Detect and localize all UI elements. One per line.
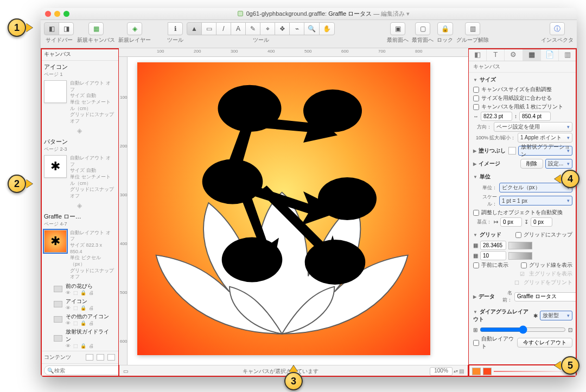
presentation-icon[interactable]: ▭	[123, 368, 131, 374]
style-well-fill[interactable]	[472, 368, 481, 375]
tool-pointer[interactable]: ▲	[187, 22, 202, 35]
layer-toggle-icons[interactable]: 👁 ⬚ 🔒 🖨	[66, 320, 114, 326]
unit-scale-select[interactable]: 1 pt = 1 px	[499, 196, 572, 205]
canvas-view[interactable]	[128, 57, 468, 365]
artboard[interactable]	[137, 62, 430, 355]
layout-spacing-slider[interactable]	[480, 325, 566, 334]
send-back-button[interactable]: ▢	[415, 22, 430, 35]
fill-type-select[interactable]: 放射状グラデーション	[518, 146, 572, 156]
layer-toggle-icons[interactable]: 👁 ⬚ 🔒 🖨	[66, 305, 114, 311]
snap-grid-checkbox[interactable]	[515, 232, 521, 238]
canvas-thumb-pattern[interactable]	[44, 155, 67, 178]
tool-diagram[interactable]: ⌖	[260, 22, 275, 35]
inspector-tab-document[interactable]: 📄	[541, 48, 559, 61]
zoom-field[interactable]: 100%	[430, 367, 453, 376]
tool-pen[interactable]: ✎	[245, 22, 260, 35]
canvas-thumb-icon[interactable]	[44, 80, 67, 103]
layer-toggle-icons[interactable]: 👁 ⬚ 🔒 🖨	[66, 343, 114, 349]
bring-front-button[interactable]: ▣	[390, 22, 405, 35]
close-button[interactable]	[45, 11, 51, 17]
inspector-grid-title[interactable]: グリッド	[473, 230, 513, 240]
major-grid-color[interactable]	[508, 242, 532, 249]
inspector-toggle-button[interactable]: ⓘ	[550, 22, 565, 35]
tool-hand[interactable]: ✋	[319, 22, 335, 35]
tool-zoom[interactable]: 🔍	[304, 22, 320, 35]
layer-icon[interactable]: アイコン👁 ⬚ 🔒 🖨	[41, 297, 118, 312]
inspector-tab-object[interactable]: ◧	[469, 48, 487, 61]
layer-other-icons[interactable]: その他のアイコン👁 ⬚ 🔒 🖨	[41, 312, 118, 327]
layer-front-petals[interactable]: 前の花びら👁 ⬚ 🔒 🖨	[41, 281, 118, 297]
new-layer-button[interactable]: ◈	[127, 22, 142, 35]
layer-radial-guides[interactable]: 放射状ガイドライン👁 ⬚ 🔒 🖨	[41, 327, 118, 350]
toolbar-inspector-label: インスペクタ	[541, 36, 574, 44]
app-window: 0g61-glyphbackground.graffle: Graffle ロー…	[41, 8, 577, 377]
toolbar-lock-label: ロック	[437, 36, 453, 44]
tool-line[interactable]: /	[216, 22, 231, 35]
sidebar-canvas-graffle[interactable]: Graffle ロー… ページ 4-7	[41, 210, 118, 229]
window-controls	[45, 11, 69, 17]
zoom-menu-icon[interactable]: ▤	[459, 368, 464, 374]
ruler-vertical[interactable]: 100 200 300 400 500 600	[119, 57, 128, 365]
sidebar-right-toggle[interactable]: ◨	[59, 22, 74, 35]
canvas-name-field[interactable]	[514, 292, 577, 301]
fit-paper-checkbox[interactable]	[473, 95, 479, 101]
origin-y-field[interactable]	[531, 217, 552, 227]
grid-show-checkbox[interactable]	[521, 262, 527, 268]
minor-grid-field[interactable]	[480, 251, 506, 260]
sidebar-view-list-icon[interactable]	[86, 354, 93, 361]
sidebar-view-grid-icon[interactable]	[107, 354, 115, 361]
tool-select[interactable]: ℹ︎	[168, 22, 183, 35]
new-canvas-button[interactable]: ▦	[88, 22, 104, 35]
shared-layers-icon: ◈	[41, 127, 118, 134]
inspector-tab-canvas[interactable]: ▦	[523, 48, 541, 61]
sidebar-view-outline-icon[interactable]	[97, 354, 104, 361]
canvas-thumb-graffle[interactable]	[44, 230, 67, 253]
inspector-image-title[interactable]: イメージ	[473, 159, 518, 169]
fill-swatch-icon[interactable]	[508, 147, 516, 155]
grid-front-checkbox[interactable]	[473, 262, 479, 268]
tool-stamp[interactable]: ❖	[275, 22, 290, 35]
auto-convert-checkbox[interactable]	[473, 210, 479, 216]
layout-type-select[interactable]: 放射型	[540, 311, 572, 320]
inspector-fill-title[interactable]: 塗りつぶし	[473, 146, 506, 156]
origin-x-field[interactable]	[500, 217, 522, 227]
layer-thumb-icon	[54, 301, 62, 307]
inspector-tab-text[interactable]: T	[487, 48, 505, 61]
ruler-horizontal[interactable]: 100 200 300 400 500 600 700 800	[119, 48, 468, 57]
layout-slider-left-icon: ⊞	[473, 327, 477, 333]
tool-shape[interactable]: ▭	[201, 22, 216, 35]
sidebar-canvas-pattern[interactable]: パターン ページ 2-3	[41, 136, 118, 154]
inspector-data-title[interactable]: データ	[473, 292, 500, 301]
layout-now-button[interactable]: 今すぐレイアウト	[517, 338, 572, 348]
major-grid-field[interactable]	[480, 241, 506, 250]
style-well-line-icon	[494, 371, 574, 372]
style-well-stroke[interactable]	[483, 368, 492, 375]
minor-grid-color[interactable]	[508, 252, 532, 260]
ungroup-button[interactable]: ▥	[465, 22, 480, 35]
inspector-tab-properties[interactable]: ⚙	[505, 48, 523, 61]
zoom-button[interactable]	[63, 11, 69, 17]
orientation-select[interactable]: ページ設定を使用	[494, 122, 572, 132]
zoom-stepper-icon[interactable]: ▴▾	[454, 369, 458, 374]
auto-layout-checkbox[interactable]	[473, 340, 479, 346]
tool-magnet[interactable]: ⌁	[289, 22, 304, 35]
width-icon: ↔	[473, 113, 479, 119]
scale-select[interactable]: 1 Apple ポイント	[518, 133, 572, 143]
tool-text[interactable]: A	[231, 22, 246, 35]
image-set-button[interactable]: 設定...	[545, 159, 572, 169]
unit-select[interactable]: ピクセル（px）	[499, 183, 572, 192]
minimize-button[interactable]	[54, 11, 60, 17]
layer-toggle-icons[interactable]: 👁 ⬚ 🔒 🖨	[66, 290, 114, 295]
single-page-checkbox[interactable]	[473, 104, 479, 110]
inspector-size-title[interactable]: サイズ	[473, 75, 572, 85]
lock-button[interactable]: 🔒	[437, 22, 453, 35]
inspector-layout-title[interactable]: ダイアグラムレイアウト	[473, 307, 531, 324]
search-icon: 🔍	[47, 368, 54, 374]
sidebar-left-toggle[interactable]: ◧	[44, 22, 59, 35]
sidebar-canvas-icon[interactable]: アイコン ページ 1	[41, 61, 118, 79]
image-delete-button[interactable]: 削除	[520, 159, 543, 169]
auto-size-checkbox[interactable]	[473, 87, 479, 93]
inspector-tab-stencils[interactable]: ▥	[559, 48, 577, 61]
canvas-height-field[interactable]	[519, 112, 551, 121]
canvas-width-field[interactable]	[481, 112, 512, 121]
